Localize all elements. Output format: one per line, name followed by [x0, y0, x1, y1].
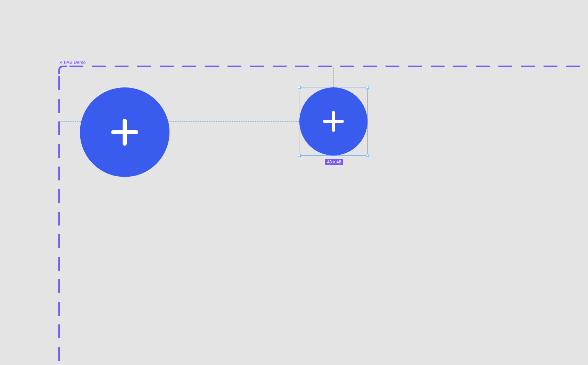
component-icon — [59, 61, 63, 64]
frame-label[interactable]: FAB Demo — [59, 60, 86, 65]
frame-border-top — [69, 66, 588, 67]
selection-bounding-box[interactable] — [299, 87, 368, 156]
resize-handle-bottom-left[interactable] — [298, 154, 301, 157]
resize-handle-top-right[interactable] — [366, 86, 369, 89]
fab-large[interactable] — [80, 87, 169, 177]
selection-dimensions-badge: 48 × 48 — [325, 159, 343, 165]
frame-border-left — [58, 76, 60, 365]
alignment-guide-vertical — [333, 67, 334, 87]
plus-icon — [109, 117, 140, 148]
frame-title-text: FAB Demo — [64, 60, 86, 65]
resize-handle-bottom-right[interactable] — [366, 154, 369, 157]
resize-handle-top-left[interactable] — [298, 86, 301, 89]
frame-border-corner — [58, 66, 67, 74]
